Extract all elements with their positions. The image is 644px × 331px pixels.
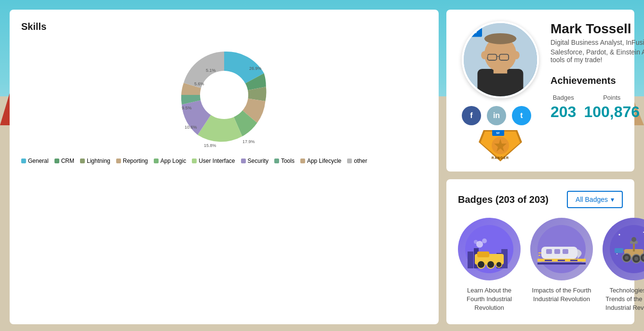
svg-point-48 <box>617 253 617 254</box>
legend-applogic: App Logic <box>154 158 186 164</box>
legend-label-general: General <box>28 158 49 164</box>
badge-art-0 <box>465 225 513 273</box>
legend-applifecycle: App Lifecycle <box>300 158 341 164</box>
svg-point-52 <box>631 237 636 242</box>
badges-label: Badges <box>550 94 576 101</box>
legend-dot-crm <box>54 159 59 163</box>
achievements-grid: Badges 203 Points 100,876 Trails Complet… <box>550 94 644 128</box>
svg-rect-43 <box>570 260 577 261</box>
all-badges-label: All Badges <box>576 196 608 203</box>
svg-point-27 <box>487 261 495 268</box>
profile-info: Mark Tossell Digital Business Analyst, I… <box>550 21 644 128</box>
skills-title: Skills <box>21 21 427 32</box>
label-ui: 15.8% <box>204 143 216 148</box>
legend-dot-applogic <box>154 159 159 163</box>
legend-label-crm: CRM <box>61 158 74 164</box>
avatar-wrapper: ED f in t <box>462 21 539 160</box>
legend-ui: User Interface <box>192 158 235 164</box>
legend-reporting: Reporting <box>116 158 148 164</box>
legend-label-reporting: Reporting <box>123 158 148 164</box>
svg-rect-40 <box>538 255 540 256</box>
badge-art-1 <box>537 225 586 273</box>
svg-text:SF: SF <box>496 132 500 134</box>
legend-label-applogic: App Logic <box>161 158 186 164</box>
legend-dot-tools <box>274 159 279 163</box>
svg-rect-41 <box>545 260 552 261</box>
svg-point-54 <box>625 256 629 260</box>
chevron-down-icon: ▾ <box>611 196 614 203</box>
badge-label-0: Learn About the Fourth Industrial Revolu… <box>458 286 521 313</box>
svg-rect-59 <box>615 248 623 253</box>
legend-dot-lightning <box>80 159 85 163</box>
svg-rect-25 <box>477 252 489 257</box>
twitter-button[interactable]: t <box>512 106 531 125</box>
badge-circle-0 <box>458 218 521 280</box>
legend-general: General <box>21 158 49 164</box>
ranger-badge: SF RANGER <box>462 131 539 160</box>
legend-security: Security <box>241 158 268 164</box>
svg-point-9 <box>513 51 520 59</box>
all-badges-button[interactable]: All Badges ▾ <box>567 191 623 208</box>
svg-rect-20 <box>468 252 473 268</box>
badges-card: Badges (203 of 203) All Badges ▾ <box>446 179 634 324</box>
achievements-title: Achievements <box>550 75 644 86</box>
legend-dot-security <box>241 159 246 163</box>
donut-chart-container: 26.9% 5.1% 5.6% 9.5% 10.6% 15.8% 17.9% <box>171 42 277 148</box>
legend-label-other: other <box>354 158 367 164</box>
badge-label-1: Impacts of the Fourth Industrial Revolut… <box>530 286 593 304</box>
legend-label-lightning: Lightning <box>87 158 110 164</box>
legend-label-ui: User Interface <box>199 158 235 164</box>
svg-rect-38 <box>563 249 568 254</box>
badges-header: Badges (203 of 203) All Badges ▾ <box>458 191 623 208</box>
label-crm: 5.1% <box>206 68 216 73</box>
legend-dot-reporting <box>116 159 121 163</box>
legend-dot-general <box>21 159 26 163</box>
badge-item-2[interactable]: Technologies and Trends of the Fourth In… <box>603 218 644 313</box>
legend-label-applifecycle: App Lifecycle <box>307 158 341 164</box>
donut-chart-svg: 26.9% 5.1% 5.6% 9.5% 10.6% 15.8% 17.9% <box>171 42 277 148</box>
legend-other: other <box>347 158 367 164</box>
badge-label-2: Technologies and Trends of the Fourth In… <box>603 286 644 313</box>
svg-point-8 <box>481 51 487 59</box>
points-value: 100,876 <box>584 103 640 121</box>
badge-circle-2 <box>603 218 644 280</box>
legend-lightning: Lightning <box>80 158 110 164</box>
svg-rect-39 <box>538 252 541 253</box>
label-reporting: 9.5% <box>182 106 192 110</box>
badge-art-2 <box>610 225 644 273</box>
svg-text:RANGER: RANGER <box>492 156 509 159</box>
svg-rect-36 <box>546 249 552 254</box>
svg-point-28 <box>496 262 502 267</box>
badge-circle-1 <box>530 218 593 280</box>
badges-value: 203 <box>550 103 576 121</box>
ranger-shield-svg: SF RANGER <box>479 130 522 161</box>
label-security: 17.9% <box>242 139 255 144</box>
svg-rect-42 <box>558 260 565 261</box>
svg-point-45 <box>619 234 620 236</box>
legend-label-tools: Tools <box>281 158 295 164</box>
svg-rect-10 <box>468 27 482 37</box>
profile-top: ED f in t <box>462 21 619 160</box>
skills-card: Skills <box>10 10 439 324</box>
legend-dot-applifecycle <box>300 159 305 163</box>
label-applogic: 10.6% <box>185 125 197 130</box>
svg-rect-34 <box>537 263 586 265</box>
svg-rect-37 <box>554 249 560 254</box>
skills-legend: General CRM Lightning Reporting App Logi… <box>21 158 427 164</box>
legend-tools: Tools <box>274 158 295 164</box>
legend-dot-other <box>347 159 352 163</box>
svg-text:ED: ED <box>472 30 477 34</box>
svg-point-31 <box>474 240 478 244</box>
ranger-badge-image: SF RANGER <box>479 131 522 160</box>
linkedin-button[interactable]: in <box>487 106 506 125</box>
svg-point-30 <box>482 238 487 243</box>
facebook-button[interactable]: f <box>462 106 481 125</box>
legend-crm: CRM <box>54 158 74 164</box>
profile-title: Digital Business Analyst, InFusion360 <box>550 39 644 46</box>
badge-item-1[interactable]: Impacts of the Fourth Industrial Revolut… <box>530 218 593 313</box>
badge-item-0[interactable]: Learn About the Fourth Industrial Revolu… <box>458 218 521 313</box>
points-label: Points <box>584 94 640 101</box>
avatar-svg: ED <box>464 21 537 98</box>
badges-grid: Learn About the Fourth Industrial Revolu… <box>458 218 623 313</box>
social-icons: f in t <box>462 106 539 125</box>
